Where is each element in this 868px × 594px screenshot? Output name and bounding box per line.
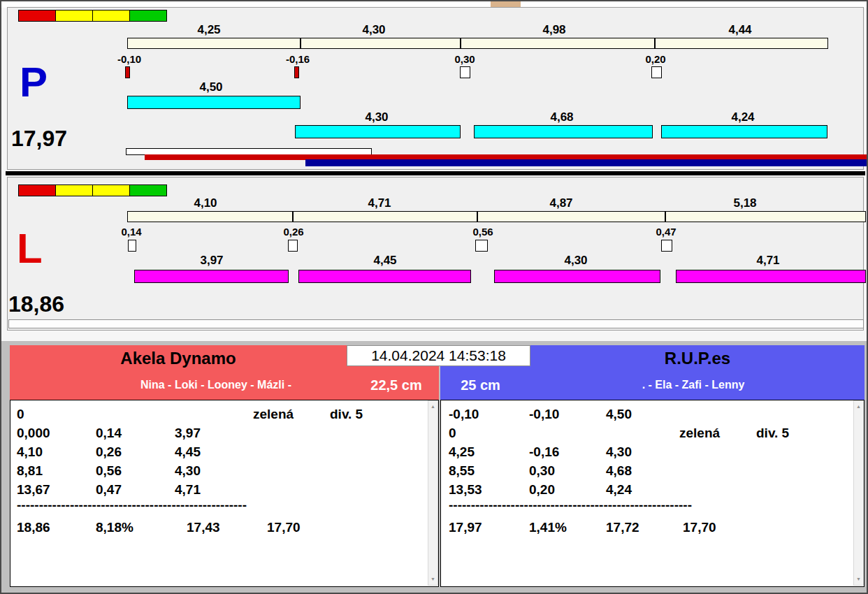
p-status-square-0[interactable] [18,10,56,22]
p-status-square-1[interactable] [55,10,93,22]
p-segment-bar [474,125,653,138]
app-window: P 17,97 L 18,86 Akela Dynamo Nina - Loki… [0,0,868,594]
p-fault-marker [125,66,130,78]
l-ruler-segment [127,211,293,222]
l-ruler-segment-label: 4,71 [348,196,411,210]
l-touch-marker [288,240,298,252]
scroll-down-icon[interactable]: ▼ [428,576,437,583]
p-status-square-3[interactable] [129,10,167,22]
left-results-scrollbar[interactable]: ▲ ▼ [428,400,438,586]
l-segment-bar-label: 4,45 [354,254,417,268]
left-table-cell: 3,97 [175,426,201,441]
l-offset-label: 0,14 [100,226,163,238]
p-segment-bar-label: 4,30 [345,110,408,124]
left-table-cell: 4,45 [175,444,201,460]
team-right-name: R.U.P.es [530,349,865,368]
l-offset-label: 0,47 [635,226,697,238]
left-table-cell: 18,86 [17,520,50,535]
l-segment-bar [676,270,866,283]
team-left-results [10,400,439,587]
l-segment-bar [494,270,660,283]
team-right-height: 25 cm [447,377,514,393]
right-table-cell: 4,24 [606,482,632,498]
l-segment-bar [134,270,289,283]
p-segment-bar-label: 4,24 [711,110,774,124]
right-table-cell: 13,53 [449,482,482,498]
right-table-cell: 1,41% [529,520,567,535]
left-table-cell: 13,67 [17,482,50,498]
right-table-cell: 0 [449,426,456,441]
p-segment-bar-label: 4,68 [530,110,593,124]
left-table-cell: 17,70 [267,520,301,535]
p-offset-label: 0,20 [624,53,687,65]
right-table-cell: 0,30 [529,463,555,479]
l-ruler-segment [665,211,866,222]
p-offset-label: -0,10 [98,53,161,65]
left-table-cell: 8,18% [96,520,133,535]
p-touch-marker [651,66,662,78]
l-segment-bar-label: 3,97 [180,254,243,268]
p-touch-marker [460,66,470,78]
left-table-cell: 0,47 [96,482,122,498]
right-table-cell: ----------------------------------------… [449,498,692,513]
right-table-cell: zelená [679,426,720,441]
l-ruler-segment [477,211,665,222]
l-status-square-3[interactable] [129,184,167,196]
left-table-cell: 0 [17,407,24,422]
right-table-cell: -0,10 [449,407,479,422]
p-offset-label: -0,16 [266,53,329,65]
team-right-results [440,400,865,587]
right-table-cell: 4,30 [606,444,632,460]
left-table-cell: 8,81 [17,463,43,479]
right-table-cell: div. 5 [756,426,789,441]
l-touch-marker [128,240,136,252]
right-table-cell: 4,25 [449,444,475,460]
p-segment-bar [127,96,301,109]
left-table-cell: ----------------------------------------… [17,498,247,513]
panel-l-letter: L [17,228,43,270]
l-ruler-segment-label: 4,87 [530,196,593,210]
left-table-cell: 0,26 [96,444,122,460]
scroll-down-icon[interactable]: ▼ [854,576,863,583]
p-segment-bar [295,125,461,138]
p-segment-bar-label: 4,50 [180,80,243,94]
p-offset-label: 0,30 [433,53,496,65]
l-ruler-segment [293,211,477,222]
l-status-square-2[interactable] [92,184,130,196]
scroll-up-icon[interactable]: ▲ [428,403,437,410]
p-status-square-2[interactable] [92,10,130,22]
left-table-cell: 0,14 [96,426,122,441]
right-table-cell: 0,20 [529,482,555,498]
p-ruler-segment-label: 4,44 [709,23,772,37]
timestamp-box: 14.04.2024 14:53:18 [347,345,530,366]
l-segment-bar [298,270,471,283]
right-table-cell: 17,72 [606,520,639,535]
panel-divider [6,171,865,175]
panel-p-total-time: 17,97 [11,127,67,150]
panel-l-total-time: 18,86 [8,293,64,315]
scroll-up-icon[interactable]: ▲ [854,403,863,410]
right-table-cell: 17,97 [449,520,482,535]
p-progress-bar-2 [305,159,867,166]
team-left-height: 22,5 cm [351,377,442,393]
l-offset-label: 0,26 [262,226,325,238]
left-table-cell: 0,000 [17,426,50,441]
l-touch-marker [475,240,488,252]
right-table-cell: 4,68 [606,463,632,479]
p-segment-bar [661,125,827,138]
l-ruler-segment-label: 5,18 [714,196,776,210]
left-table-cell: 4,30 [175,463,201,479]
panel-p-letter: P [20,61,48,103]
l-segment-bar-label: 4,30 [544,254,607,268]
l-touch-marker [661,240,672,252]
left-table-cell: 17,43 [187,520,220,535]
l-status-square-1[interactable] [55,184,93,196]
l-offset-label: 0,56 [451,226,514,238]
l-status-square-0[interactable] [18,184,56,196]
right-table-cell: 4,50 [606,407,632,422]
p-ruler-segment-label: 4,25 [178,23,240,37]
p-ruler-segment [301,38,461,49]
left-table-cell: div. 5 [330,407,363,422]
right-results-scrollbar[interactable]: ▲ ▼ [853,400,864,586]
left-table-cell: 4,71 [175,482,201,498]
